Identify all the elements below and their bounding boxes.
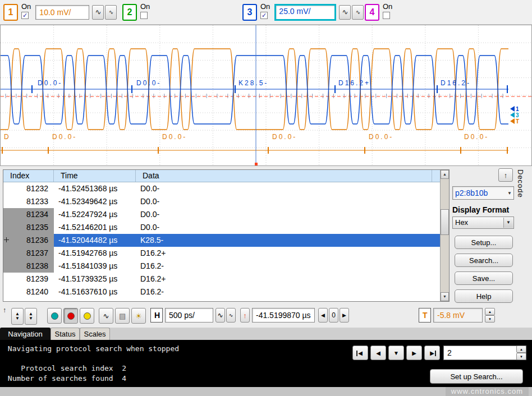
yellow-circle-icon: [84, 312, 91, 320]
timebase-zoom-out-icon[interactable]: ∿: [215, 308, 225, 323]
tab-status[interactable]: Status: [51, 328, 80, 340]
cell-index: 81237: [3, 247, 54, 260]
svg-text:3: 3: [516, 112, 519, 118]
oscilloscope-app: 1 On ✓ 10.0 mV/ ∿ ∿ 2 On 3 On ✓ 2: [0, 0, 532, 396]
table-row[interactable]: 81233-41.52349642 µsD0.0-: [3, 195, 449, 208]
timebase-scale-field[interactable]: 500 ps/: [165, 308, 213, 323]
help-button[interactable]: Help: [455, 289, 513, 303]
channel-1-button[interactable]: 1: [3, 4, 18, 21]
cell-time: -41.52451368 µs: [54, 182, 136, 195]
spin-control-1[interactable]: ▲▼: [11, 308, 24, 325]
print-icon[interactable]: ▤: [115, 308, 130, 324]
cell-time: -41.52044482 µs: [54, 234, 136, 247]
cell-data: D16.2-: [136, 260, 449, 273]
set-up-search-button[interactable]: Set up Search...: [430, 369, 523, 384]
channel-4-on-checkbox[interactable]: [383, 12, 390, 19]
table-scrollbar[interactable]: ▲ ▼: [440, 170, 449, 301]
nav-prev-icon[interactable]: ◀: [370, 346, 386, 360]
trigger-level-up-icon[interactable]: ▲: [485, 308, 495, 315]
channel-2-button[interactable]: 2: [122, 4, 137, 21]
display-format-dropdown[interactable]: Hex ▼: [452, 217, 514, 229]
channel-3-scale-up-icon[interactable]: ∿: [339, 5, 351, 20]
column-header-index[interactable]: Index: [3, 170, 54, 182]
cell-data: D16.2-: [136, 286, 449, 298]
table-row[interactable]: 81235-41.52146201 µsD0.0-: [3, 221, 449, 234]
column-header-time[interactable]: Time: [54, 170, 136, 182]
navigation-panel: Navigating protocol search when stopped …: [0, 340, 532, 387]
scroll-up-icon[interactable]: ▲: [441, 170, 449, 179]
channel-3-button[interactable]: 3: [242, 4, 257, 21]
scrollbar-thumb[interactable]: [441, 209, 449, 235]
marker-c-button[interactable]: [80, 308, 94, 324]
index-up-icon[interactable]: ▲: [516, 346, 526, 353]
tab-navigation[interactable]: Navigation: [0, 328, 51, 340]
table-row[interactable]: 81238-41.51841039 µsD16.2-: [3, 260, 449, 273]
marker-a-button[interactable]: [47, 308, 62, 324]
channel-3-on-checkbox[interactable]: ✓: [260, 12, 268, 19]
channel-3-scale-down-icon[interactable]: ∿: [352, 5, 364, 20]
trigger-slope-icon[interactable]: ↑: [240, 308, 250, 323]
decode-source-value: p2:8b10b: [455, 188, 488, 197]
search-index-spinner: ▲ ▼: [516, 346, 526, 360]
toolbar-up-icon[interactable]: ↑: [3, 306, 6, 314]
nav-current-icon[interactable]: ▼: [388, 346, 404, 360]
nav-first-icon[interactable]: ◀: [352, 346, 368, 360]
index-down-icon[interactable]: ▼: [516, 353, 526, 360]
channel-2-on-checkbox[interactable]: [140, 12, 148, 19]
cell-time: -41.52146201 µs: [54, 221, 136, 234]
brightness-icon[interactable]: ☀: [131, 308, 146, 324]
horizontal-position-field[interactable]: -41.5199870 µs: [252, 308, 315, 323]
channel-3-scale-field[interactable]: 25.0 mV/: [274, 4, 336, 21]
table-row[interactable]: 81239-41.51739325 µsD16.2+: [3, 273, 449, 286]
channel-1-scale-up-icon[interactable]: ∿: [92, 5, 104, 20]
position-zero-button[interactable]: 0: [329, 308, 338, 323]
trigger-level-down-icon[interactable]: ▼: [485, 315, 495, 323]
nav-next-icon[interactable]: ▶: [406, 346, 422, 360]
search-index-input[interactable]: 2: [443, 346, 526, 360]
trigger-level-field[interactable]: -5.8 mV: [433, 308, 483, 323]
save-button[interactable]: Save...: [455, 271, 513, 285]
cell-data: K28.5-: [136, 234, 449, 247]
panel-collapse-button[interactable]: ↑: [498, 168, 513, 182]
cell-index: 81233: [3, 195, 54, 208]
decode-panel-tab[interactable]: Decode: [516, 169, 525, 198]
nav-last-icon[interactable]: ▶: [424, 346, 440, 360]
channel-4-button[interactable]: 4: [365, 4, 379, 21]
trigger-button[interactable]: T: [419, 308, 431, 323]
teal-circle-icon: [51, 312, 58, 320]
channel-4-on-label: On: [383, 3, 392, 11]
chevron-down-icon: ▼: [507, 191, 512, 196]
svg-text:D0.0-: D0.0-: [162, 133, 187, 141]
marker-b-button[interactable]: [63, 308, 78, 324]
svg-text:D16.2+: D16.2+: [338, 79, 370, 87]
cell-data: D0.0-: [136, 182, 449, 195]
waveform-icon[interactable]: ∿: [99, 308, 113, 324]
position-left-icon[interactable]: ◀: [318, 308, 328, 323]
svg-text:D: D: [4, 133, 11, 141]
search-button[interactable]: Search...: [455, 254, 513, 267]
spin-control-2[interactable]: ▲▼: [25, 308, 37, 325]
cell-index: 81236: [3, 234, 54, 247]
position-right-icon[interactable]: ▶: [340, 308, 349, 323]
channel-1-on-checkbox[interactable]: ✓: [21, 12, 29, 19]
table-row[interactable]: 81236-41.52044482 µsK28.5-: [3, 234, 449, 247]
display-buttons: ∿ ▤ ☀: [99, 308, 146, 324]
horizontal-button[interactable]: H: [150, 308, 163, 323]
table-row[interactable]: 81237-41.51942768 µsD16.2+: [3, 247, 449, 260]
search-index-line: Protocol search index 2: [3, 363, 126, 373]
cell-data: D0.0-: [136, 195, 449, 208]
cell-data: D0.0-: [136, 208, 449, 221]
table-row[interactable]: 81232-41.52451368 µsD0.0-: [3, 182, 449, 195]
tab-scales[interactable]: Scales: [80, 328, 110, 340]
channel-1-scale-down-icon[interactable]: ∿: [105, 5, 117, 20]
timebase-zoom-in-icon[interactable]: ∿: [226, 308, 236, 323]
waveform-display[interactable]: D0.0-D0.0-K28.5-D16.2+D16.2-DD0.0-D0.0-D…: [0, 25, 532, 166]
column-header-data[interactable]: Data: [136, 170, 432, 182]
scroll-down-icon[interactable]: ▼: [441, 292, 449, 301]
table-row[interactable]: 81240-41.51637610 µsD16.2-: [3, 286, 449, 298]
channel-3-group: 3 On ✓ 25.0 mV/ ∿ ∿: [242, 3, 364, 21]
channel-1-scale-field[interactable]: 10.0 mV/: [35, 5, 89, 20]
setup-button[interactable]: Setup...: [455, 236, 513, 249]
table-row[interactable]: 81234-41.52247924 µsD0.0-: [3, 208, 449, 221]
decode-source-dropdown[interactable]: p2:8b10b ▼: [452, 186, 514, 200]
